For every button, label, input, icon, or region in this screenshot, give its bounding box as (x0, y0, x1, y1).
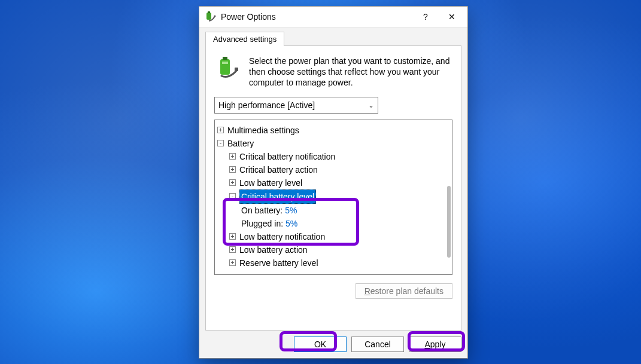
apply-button[interactable]: Apply (409, 337, 461, 352)
window-title: Power Options (221, 12, 412, 22)
ok-button[interactable]: OK (294, 337, 347, 352)
tree-node-multimedia[interactable]: + Multimedia settings (217, 124, 449, 137)
tree-node-critical-level-label: Critical battery level (239, 189, 316, 204)
tree-leaf-plugged-in[interactable]: Plugged in: 5% (217, 217, 449, 230)
svg-rect-4 (223, 57, 227, 60)
titlebar: Power Options ? ✕ (199, 7, 467, 27)
svg-rect-6 (235, 68, 238, 71)
tab-advanced-settings[interactable]: Advanced settings (205, 32, 284, 46)
expand-icon[interactable]: + (229, 179, 236, 186)
tree-node-critical-action[interactable]: + Critical battery action (217, 163, 449, 176)
scrollbar-thumb[interactable] (447, 186, 451, 258)
close-icon: ✕ (448, 12, 455, 22)
tree-leaf-on-battery[interactable]: On battery: 5% (217, 204, 449, 217)
collapse-icon[interactable]: - (229, 193, 236, 200)
settings-tree[interactable]: + Multimedia settings - Battery + Critic… (214, 120, 452, 275)
dialog-button-row: OK Cancel Apply (199, 331, 467, 358)
plugged-in-value[interactable]: 5% (285, 217, 297, 230)
cancel-button[interactable]: Cancel (351, 337, 404, 352)
tree-node-battery[interactable]: - Battery (217, 137, 449, 150)
power-plan-selected: High performance [Active] (218, 100, 315, 110)
power-plan-icon (214, 56, 241, 82)
tab-strip: Advanced settings (199, 27, 467, 45)
expand-icon[interactable]: + (229, 166, 236, 173)
intro-row: Select the power plan that you want to c… (214, 56, 452, 88)
close-button[interactable]: ✕ (439, 8, 465, 26)
svg-rect-3 (220, 59, 230, 75)
intro-text: Select the power plan that you want to c… (249, 56, 452, 88)
restore-defaults-button: Restore plan defaults (356, 283, 452, 299)
help-button[interactable]: ? (412, 8, 439, 26)
svg-point-2 (214, 16, 216, 17)
expand-icon[interactable]: + (229, 233, 236, 240)
power-options-dialog: Power Options ? ✕ Advanced settings Sele… (199, 6, 468, 359)
expand-icon[interactable]: + (229, 259, 236, 266)
battery-plug-icon (205, 11, 216, 22)
tree-node-critical-notification[interactable]: + Critical battery notification (217, 150, 449, 163)
tree-node-reserve-level[interactable]: + Reserve battery level (217, 256, 449, 270)
chevron-down-icon: ⌄ (368, 101, 374, 109)
expand-icon[interactable]: + (229, 153, 236, 160)
tree-node-low-level[interactable]: + Low battery level (217, 176, 449, 189)
tab-page: Select the power plan that you want to c… (205, 45, 461, 331)
svg-rect-1 (208, 11, 210, 13)
power-plan-select[interactable]: High performance [Active] ⌄ (214, 97, 378, 114)
collapse-icon[interactable]: - (217, 140, 224, 146)
expand-icon[interactable]: + (217, 127, 224, 133)
svg-rect-5 (222, 62, 228, 64)
tree-node-low-action[interactable]: + Low battery action (217, 243, 449, 256)
on-battery-value[interactable]: 5% (285, 204, 297, 217)
expand-icon[interactable]: + (229, 246, 236, 253)
tree-node-critical-level[interactable]: - Critical battery level (217, 189, 449, 204)
tree-node-low-notification[interactable]: + Low battery notification (217, 230, 449, 243)
svg-rect-0 (206, 13, 211, 20)
